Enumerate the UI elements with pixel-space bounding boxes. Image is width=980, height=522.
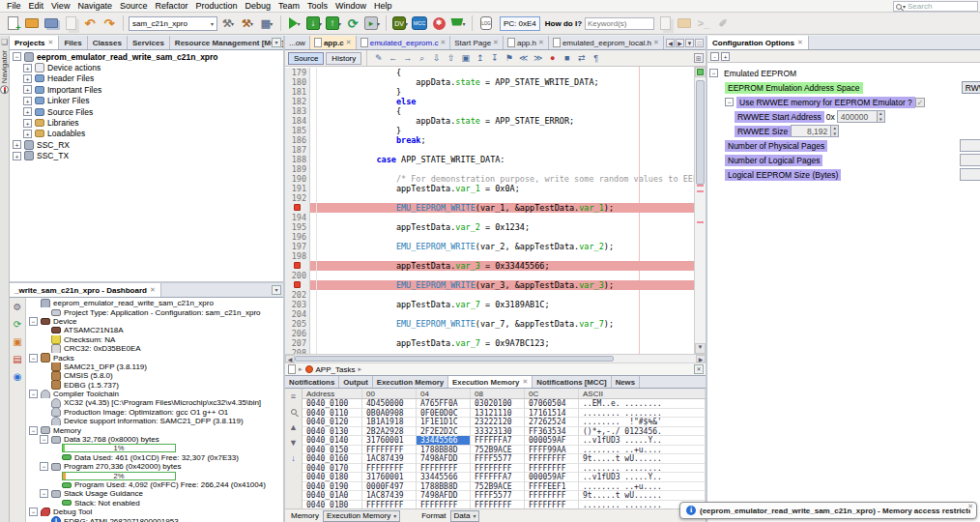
data-cell[interactable]: FFFFFFFF [362, 501, 417, 509]
data-cell[interactable]: 0F0E0D0C [417, 409, 471, 419]
code-line[interactable]: 180 appData.state = APP_STATE_WRITE_DATA… [285, 77, 694, 87]
data-cell[interactable]: FFFF5577 [471, 454, 525, 464]
data-cell[interactable]: 000059AF [525, 473, 579, 482]
breakpoint-icon[interactable] [294, 204, 301, 211]
log-button[interactable]: LOG [477, 14, 495, 32]
dashboard-item[interactable]: CRC32: 0xD35BE0EA [26, 344, 283, 353]
data-cell[interactable]: FFFFEEF1 [525, 482, 579, 492]
code-line[interactable]: 191 appTestData.var_1 = 0x0A; [285, 184, 694, 193]
data-cell[interactable]: ..v1fUD3 .....Y.. [579, 473, 706, 482]
notification-toast[interactable]: i (eeprom_emulator_read_write_sam_c21n_x… [679, 502, 977, 519]
config-row[interactable]: Logical EEPROM Size (Bytes)3,720▲▼ [709, 167, 980, 182]
address-cell[interactable]: 0040_0130 [303, 427, 362, 437]
dashboard-item[interactable]: 2% [26, 471, 283, 479]
menu-window[interactable]: Window [331, 1, 370, 11]
dashboard-item[interactable]: CMSIS (5.8.0) [26, 371, 283, 380]
source-view-button[interactable]: Source [288, 52, 324, 65]
editor-gutter[interactable]: 184 [285, 116, 310, 126]
start-macro-icon[interactable]: ● [546, 52, 559, 65]
navigator-minimized-strip[interactable]: ❏ Navigator [0, 36, 10, 522]
data-cell[interactable]: FFFFFFFF [362, 446, 417, 455]
tab-resource-management-mcc-[interactable]: Resource Management [MCC] [170, 36, 283, 49]
data-cell[interactable]: 31760001 [362, 473, 417, 482]
spinner-control[interactable]: 8,192▲▼ [791, 125, 839, 137]
data-cell[interactable]: ........ ..+u.... [579, 482, 706, 492]
dashboard-item[interactable]: Data Used: 461 (0x1CD) Free: 32,307 (0x7… [26, 453, 283, 462]
dashboard-item[interactable]: ATSAMC21N18A [26, 326, 283, 334]
data-cell[interactable]: ........ !"#$%&' [579, 418, 706, 427]
table-row[interactable]: 0040_01900000F4971788BB8D752B9ACEFFFFEEF… [303, 482, 706, 492]
split-editor-icon[interactable]: ⊞ [694, 53, 704, 63]
editor-gutter[interactable]: 205 [285, 319, 310, 329]
code-line[interactable]: 207 appTestData.var_7 = 0x9A7BC123; [285, 338, 694, 348]
output-tab-execution-memory[interactable]: Execution Memory✕ [448, 376, 533, 388]
last-edit-icon[interactable]: ✎ [372, 52, 385, 65]
dashboard-item[interactable]: EDBG: ATML2682071800001953 [26, 516, 283, 522]
dashboard-item[interactable]: −Compiler Toolchain [26, 390, 283, 398]
expander-icon[interactable]: − [725, 98, 734, 106]
expander-icon[interactable]: + [23, 107, 32, 116]
close-icon[interactable]: ✕ [493, 39, 499, 46]
config-row[interactable]: −Use RWWEE memory for EEPROM Emulator ?✓ [709, 95, 980, 109]
code-line[interactable]: 196 [285, 232, 694, 242]
dashboard-item[interactable]: Program Used: 4,092 (0xFFC) Free: 266,24… [26, 480, 283, 489]
editor-gutter[interactable]: 204 [285, 309, 310, 319]
tab-projects[interactable]: Projects✕ [10, 36, 59, 49]
table-row[interactable]: 0040_01803176000133445566FFFFFFA7000059A… [303, 473, 706, 482]
read-device-button[interactable]: ▸▾ [363, 14, 381, 32]
data-cell[interactable]: 7498AFDD [417, 454, 471, 464]
code-line[interactable]: 194 [285, 213, 694, 222]
dashboard-item[interactable]: Checksum: NA [26, 335, 283, 344]
dashboard-item[interactable]: −Data 32,768 (0x8000) bytes [26, 435, 283, 444]
memory-select[interactable]: Execution Memory▾ [323, 510, 400, 522]
dashboard-item[interactable]: −Device [26, 317, 283, 326]
goto-address-icon[interactable]: ↓ [287, 452, 300, 464]
dashboard-item[interactable]: eeprom_emulator_read_write_sam_c21n_xpro [26, 299, 283, 307]
spinner-arrows[interactable]: ▲▼ [830, 126, 838, 136]
data-cell[interactable]: 33445566 [417, 473, 471, 482]
preprocessor-icon[interactable]: ¶ [590, 52, 602, 65]
data-cell[interactable]: 31760001 [362, 436, 417, 446]
address-cell[interactable]: 0040_0190 [303, 482, 362, 492]
close-icon[interactable]: ✕ [797, 39, 803, 46]
table-row[interactable]: 0040_01201B1A19181F1E1D1C232221202726252… [303, 418, 706, 427]
data-cell[interactable]: ..v1fUD3 .....Y.. [579, 436, 706, 446]
code-line[interactable]: 190 /* For demonstration purpose, write … [285, 174, 694, 184]
output-tab-notifications-mcc-[interactable]: Notifications [MCC] [533, 376, 611, 388]
dashboard-item[interactable]: −Program 270,336 (0x42000) bytes [26, 462, 283, 471]
editor-gutter[interactable]: 192 [285, 193, 310, 203]
config-row[interactable]: Number of Physical Pages128▲▼ [709, 138, 980, 153]
table-row[interactable]: 0040_0170FFFFFFFFFFFFFFFFFFFFFFFFFFFFFFF… [303, 464, 706, 474]
code-line[interactable]: 188 case APP_STATE_WRITE_DATA: [285, 155, 694, 164]
scroll-tabs-right-icon[interactable]: ▶ [676, 39, 684, 47]
table-row[interactable]: 0040_01100B0A09080F0E0D0C131211101716151… [303, 409, 706, 419]
editor-gutter[interactable]: 189 [285, 164, 310, 174]
data-cell[interactable]: ........ ..+u.... [579, 446, 706, 455]
editor-breadcrumb[interactable]: ▸ APP_Tasks ▸ ✕ [285, 362, 706, 375]
table-row[interactable]: 0040_01403176000133445566FFFFFFA7000059A… [303, 436, 706, 446]
data-cell[interactable]: 07060504 [525, 399, 579, 409]
data-cell[interactable]: ........ ........ [579, 464, 706, 474]
expander-icon[interactable]: + [23, 74, 32, 83]
expander-icon[interactable]: − [40, 489, 48, 498]
refresh-project-icon[interactable]: ⟳ [12, 318, 24, 331]
editor-tab-emulated-eeprom-local-h[interactable]: emulated_eeprom_local.h✕ [549, 36, 664, 49]
table-row[interactable]: 0040_01302B2A29282F2E2D2C33323130FF36353… [303, 427, 706, 437]
close-icon[interactable]: ✕ [440, 39, 446, 46]
close-icon[interactable]: ✕ [522, 378, 528, 386]
menu-tools[interactable]: Tools [303, 1, 331, 11]
tree-item[interactable]: +Important Files [10, 84, 283, 95]
shift-right-icon[interactable]: ≫ [532, 52, 544, 65]
editor-gutter[interactable]: 203 [285, 300, 310, 309]
data-cell[interactable]: 752B9ACE [471, 446, 525, 455]
run-button[interactable]: ▾ [286, 14, 303, 32]
format-select[interactable]: Data▾ [450, 510, 480, 522]
tree-item[interactable]: +Loadables [10, 129, 283, 139]
data-cell[interactable]: FFFFFFFF [417, 464, 471, 474]
menu-help[interactable]: Help [370, 1, 396, 11]
scroll-tabs-left-icon[interactable]: ◀ [666, 39, 675, 47]
code-line[interactable]: EMU_EEPROM_WRITE(var_3, &appTestData.var… [285, 280, 694, 290]
editor-gutter[interactable]: 190 [285, 174, 310, 184]
address-cell[interactable]: 0040_01B0 [303, 501, 362, 509]
address-cell[interactable]: 0040_0160 [303, 454, 362, 464]
